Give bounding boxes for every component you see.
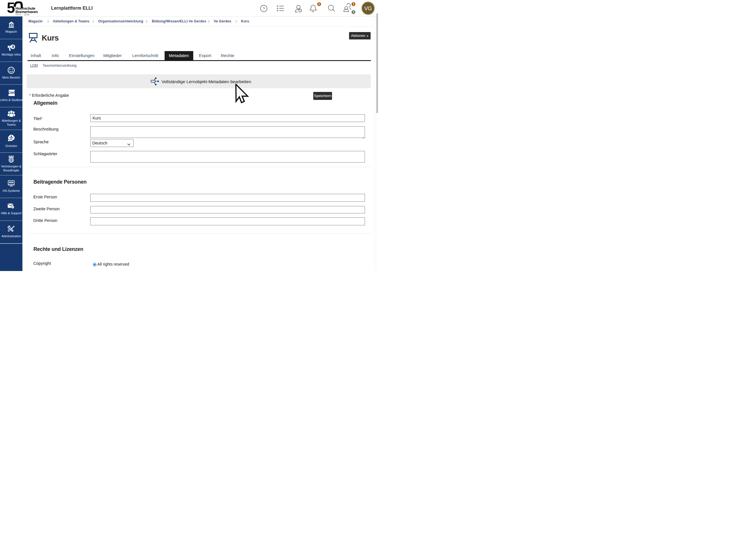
svg-text:Bremerhaven: Bremerhaven bbox=[16, 10, 38, 14]
svg-text:1975 – 2025: 1975 – 2025 bbox=[16, 14, 30, 16]
svg-text:?: ? bbox=[263, 6, 265, 11]
svg-text:?: ? bbox=[12, 206, 14, 209]
svg-text:1: 1 bbox=[353, 3, 354, 6]
svg-text:1: 1 bbox=[353, 10, 354, 14]
svg-text:5: 5 bbox=[7, 1, 15, 16]
svg-text:VG: VG bbox=[364, 5, 372, 11]
svg-text:2: 2 bbox=[318, 3, 320, 6]
